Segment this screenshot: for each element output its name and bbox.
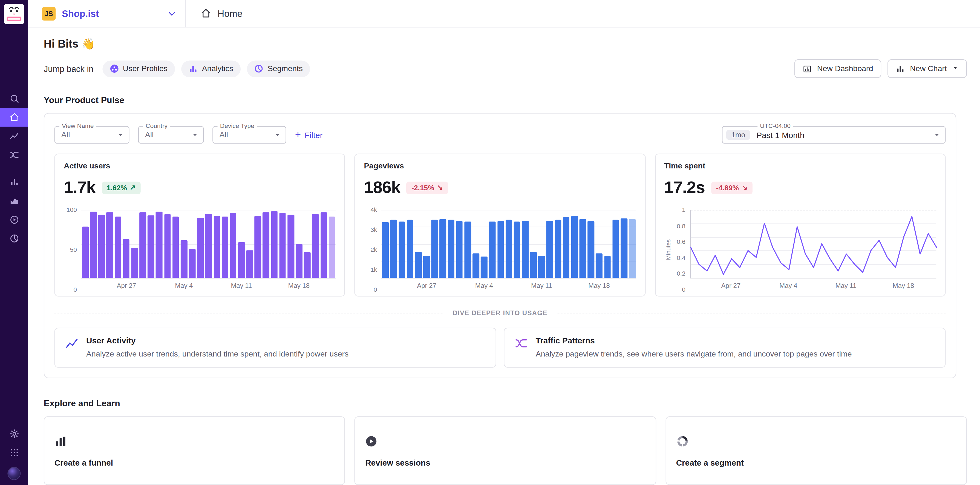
chart-bar [456, 221, 463, 278]
metric-value-row: 17.2s -4.89% ↘ [664, 178, 936, 197]
sidebar-metrics[interactable] [0, 173, 28, 191]
chart-bar [563, 217, 570, 278]
chart-bar [156, 212, 162, 278]
select-label: Country [143, 122, 170, 129]
sidebar-search[interactable] [0, 89, 28, 108]
metric-title: Active users [64, 162, 336, 170]
sidebar-settings[interactable] [0, 425, 28, 443]
play-circle-icon [9, 215, 19, 225]
trend-up-icon: ↗ [129, 183, 136, 192]
sidebar-flows[interactable] [0, 146, 28, 164]
add-filter-button[interactable]: + Filter [295, 130, 323, 140]
project-name: Shop.ist [62, 8, 99, 19]
explore-card-title: Review sessions [365, 458, 646, 467]
breadcrumb-home[interactable]: Home [186, 0, 243, 27]
country-select[interactable]: Country All [138, 126, 204, 144]
chip-analytics[interactable]: Analytics [181, 60, 240, 77]
jump-back-row: Jump back in User Profiles Analytics [44, 59, 967, 78]
filter-row: View Name All Country All Device Type Al… [54, 126, 946, 144]
metric-card-pageviews[interactable]: Pageviews 186k -2.15% ↘ 4k3k2k1k0 [355, 154, 645, 296]
chart-plot [81, 210, 336, 278]
x-axis: Apr 27May 4May 11May 18 [382, 278, 636, 290]
deeper-card-title: Traffic Patterns [536, 336, 852, 345]
sidebar-insights[interactable] [0, 127, 28, 145]
chip-user-profiles[interactable]: User Profiles [102, 60, 175, 77]
deeper-card-desc: Analyze pageview trends, see where users… [536, 350, 852, 358]
deeper-card-text: User Activity Analyze active user trends… [86, 336, 348, 358]
chart-bar [164, 214, 170, 278]
view-name-select[interactable]: View Name All [54, 126, 129, 144]
product-analytics-logo[interactable] [4, 4, 24, 24]
chart-bar [189, 249, 196, 278]
sidebar-sessions[interactable] [0, 210, 28, 229]
chart-plot [382, 210, 636, 278]
profiles-icon [110, 64, 119, 73]
sidebar-segments[interactable] [0, 229, 28, 248]
project-selector[interactable]: JS Shop.ist [28, 0, 185, 27]
chart-bar [431, 220, 438, 278]
main-column: JS Shop.ist Home Hi Bits 👋 Jump back in [28, 0, 980, 485]
line-chart-icon [9, 131, 19, 141]
device-type-select[interactable]: Device Type All [212, 126, 286, 144]
chart-bar [596, 253, 603, 278]
chart-bar [604, 256, 611, 278]
add-filter-label: Filter [305, 130, 323, 139]
delta-badge: 1.62% ↗ [102, 181, 141, 194]
date-range-select[interactable]: 1mo UTC-04:00 Past 1 Month [722, 126, 945, 144]
create-funnel-card[interactable]: Create a funnel [44, 416, 345, 485]
y-tick-label: 0.8 [677, 222, 686, 229]
grid-dots-icon [9, 447, 19, 458]
sidebar-bottom [0, 425, 28, 485]
chart-bar [423, 256, 430, 278]
sidebar-retention[interactable] [0, 192, 28, 210]
user-avatar[interactable] [7, 467, 21, 480]
y-tick-label: 0 [682, 286, 686, 293]
explore-section-title: Explore and Learn [44, 398, 967, 409]
x-tick-label: May 18 [892, 282, 914, 289]
x-tick-label: May 11 [835, 282, 856, 289]
pie-chart-icon [9, 233, 19, 244]
new-chart-button[interactable]: New Chart [888, 59, 967, 78]
project-badge: JS [42, 6, 56, 20]
chart-bar [390, 220, 397, 278]
sidebar-home[interactable] [0, 108, 28, 127]
select-label: Device Type [218, 122, 257, 129]
chart-block: 4k3k2k1k0 Apr 27May 4May 11May 18 [364, 210, 636, 290]
y-tick-label: 0 [374, 286, 377, 293]
metric-card-active-users[interactable]: Active users 1.7k 1.62% ↗ 100500 [54, 154, 345, 296]
chart-bar [440, 219, 446, 278]
chart-bar [489, 222, 495, 278]
chip-segments[interactable]: Segments [247, 60, 310, 77]
create-segment-card[interactable]: Create a segment [665, 416, 967, 485]
metric-value: 1.7k [64, 178, 95, 197]
chart-bar [230, 213, 237, 278]
chart-plot [690, 210, 936, 278]
sidebar-apps[interactable] [0, 443, 28, 462]
chart-icon [896, 64, 905, 73]
review-sessions-card[interactable]: Review sessions [355, 416, 656, 485]
metric-row: Active users 1.7k 1.62% ↗ 100500 [54, 154, 946, 296]
explore-card-title: Create a segment [676, 458, 956, 467]
chart-bar [579, 219, 586, 278]
chart-bar [620, 218, 627, 278]
x-tick-label: May 4 [475, 282, 493, 289]
x-tick-label: May 18 [588, 282, 610, 289]
explore-card-title: Create a funnel [54, 458, 335, 467]
metric-card-time-spent[interactable]: Time spent 17.2s -4.89% ↘ Minutes [655, 154, 945, 296]
delta-value: -2.15% [411, 184, 434, 191]
line-chart-icon [65, 336, 79, 350]
traffic-patterns-card[interactable]: Traffic Patterns Analyze pageview trends… [504, 328, 945, 368]
new-dashboard-label: New Dashboard [817, 64, 873, 73]
dashboard-icon [803, 64, 812, 73]
user-activity-card[interactable]: User Activity Analyze active user trends… [54, 328, 496, 368]
x-tick-label: May 4 [175, 282, 193, 289]
metric-value: 17.2s [664, 178, 705, 197]
page-content: Hi Bits 👋 Jump back in User Profiles [28, 27, 980, 485]
bar-chart-icon [9, 177, 19, 187]
plot-wrap: Apr 27May 4May 11May 18 [382, 210, 636, 290]
chevron-down-icon [167, 9, 176, 18]
x-tick-label: Apr 27 [417, 282, 436, 289]
x-tick-label: May 4 [780, 282, 797, 289]
new-dashboard-button[interactable]: New Dashboard [795, 59, 881, 78]
line-series [690, 210, 936, 278]
